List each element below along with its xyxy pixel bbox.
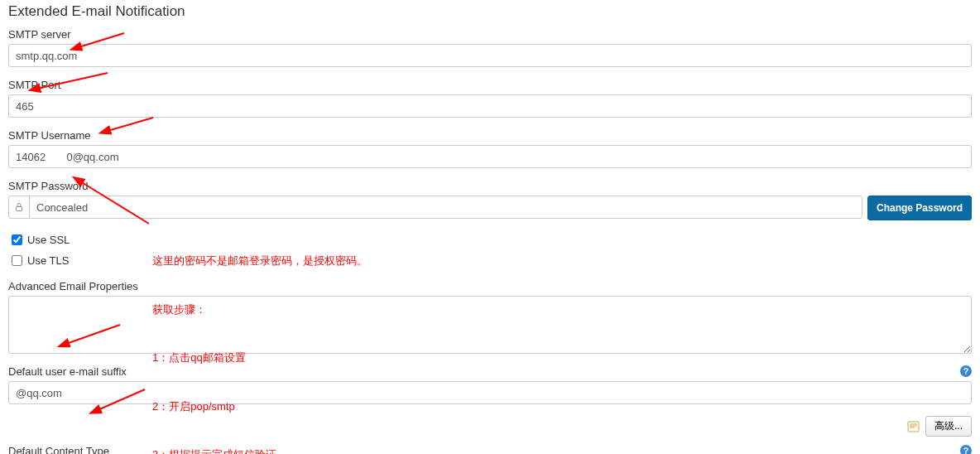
content-type-label: Default Content Type [8, 445, 972, 454]
advanced-button[interactable]: 高级... [925, 416, 972, 437]
use-tls-row: Use TLS [8, 253, 972, 268]
lock-icon [9, 196, 30, 218]
smtp-server-group: SMTP server [8, 28, 972, 67]
smtp-username-input[interactable] [8, 145, 972, 168]
change-password-button[interactable]: Change Password [867, 196, 972, 220]
smtp-username-group: SMTP Username [8, 129, 972, 168]
smtp-username-label: SMTP Username [8, 129, 972, 142]
help-icon[interactable]: ? [960, 445, 972, 454]
svg-rect-0 [17, 207, 22, 211]
script-icon [907, 420, 920, 433]
use-ssl-checkbox[interactable] [12, 234, 22, 245]
use-tls-label[interactable]: Use TLS [27, 254, 69, 267]
smtp-password-group: SMTP Password Concealed Change Password [8, 180, 972, 220]
help-icon[interactable]: ? [960, 365, 972, 377]
email-notification-form: Extended E-mail Notification SMTP server… [0, 0, 980, 454]
advanced-toolbar: 高级... [8, 416, 972, 437]
svg-rect-1 [908, 422, 919, 432]
smtp-password-box: Concealed [8, 196, 862, 219]
section-title: Extended E-mail Notification [8, 3, 972, 20]
password-concealed-text: Concealed [30, 201, 94, 214]
use-tls-checkbox[interactable] [12, 255, 22, 266]
advanced-props-label: Advanced Email Properties [8, 280, 972, 292]
smtp-server-input[interactable] [8, 44, 972, 67]
suffix-input[interactable] [8, 381, 972, 404]
use-ssl-label[interactable]: Use SSL [27, 234, 70, 246]
advanced-props-group: Advanced Email Properties [8, 280, 972, 354]
smtp-port-group: SMTP Port [8, 79, 972, 118]
smtp-port-input[interactable] [8, 94, 972, 118]
suffix-group: Default user e-mail suffix ? [8, 365, 972, 404]
smtp-server-label: SMTP server [8, 28, 972, 41]
smtp-password-label: SMTP Password [8, 180, 972, 192]
smtp-port-label: SMTP Port [8, 79, 972, 91]
content-type-group: Default Content Type ? Plain Text (text/… [8, 445, 972, 454]
smtp-password-row: Concealed Change Password [8, 196, 972, 220]
suffix-label: Default user e-mail suffix [8, 365, 972, 378]
use-ssl-row: Use SSL [8, 232, 972, 248]
advanced-props-textarea[interactable] [8, 296, 972, 354]
